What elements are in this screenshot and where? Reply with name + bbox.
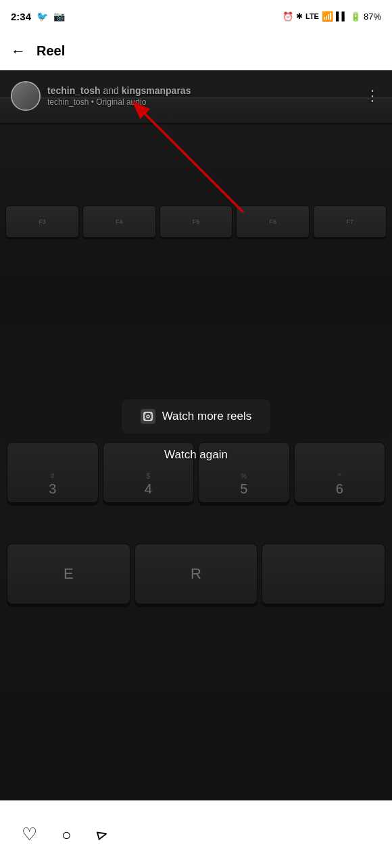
end-screen-overlay: Watch more reels Watch again: [0, 70, 392, 800]
svg-point-5: [150, 413, 151, 414]
bluetooth-icon: ✱: [296, 11, 303, 21]
share-button[interactable]: ⊳: [93, 825, 109, 845]
alarm-icon: ⏰: [283, 11, 293, 22]
svg-point-6: [145, 418, 146, 420]
battery-percent: 87%: [364, 11, 381, 22]
lte-icon: LTE: [305, 12, 319, 20]
signal-icon: ▌▌: [336, 11, 347, 21]
app-header: ← Reel: [0, 32, 392, 70]
status-left: 2:34 🐦 📷: [11, 11, 65, 22]
watch-more-reels-button[interactable]: Watch more reels: [122, 400, 271, 433]
reel-icon: [141, 409, 155, 424]
watch-again-button[interactable]: Watch again: [145, 439, 247, 471]
twitter-icon: 🐦: [36, 11, 48, 22]
page-title: Reel: [36, 43, 65, 59]
wifi-icon: 📶: [322, 11, 333, 22]
svg-point-7: [150, 418, 151, 420]
back-button[interactable]: ←: [11, 43, 26, 60]
comment-button[interactable]: ○: [62, 825, 72, 844]
status-right: ⏰ ✱ LTE 📶 ▌▌ 🔋 87%: [283, 11, 381, 22]
instagram-icon: 📷: [53, 11, 65, 22]
status-time: 2:34: [11, 11, 31, 22]
svg-point-4: [145, 413, 146, 414]
watch-again-label: Watch again: [164, 448, 228, 461]
video-container[interactable]: F3 F4 F5 F6 F7 # 3 $ 4 % 5 ^ 6 E R: [0, 70, 392, 800]
status-bar: 2:34 🐦 📷 ⏰ ✱ LTE 📶 ▌▌ 🔋 87%: [0, 0, 392, 32]
action-bar: ♡ ○ ⊳: [0, 800, 392, 868]
like-button[interactable]: ♡: [22, 824, 37, 845]
svg-point-3: [147, 415, 149, 418]
watch-more-label: Watch more reels: [162, 410, 252, 423]
battery-icon: 🔋: [350, 11, 361, 22]
